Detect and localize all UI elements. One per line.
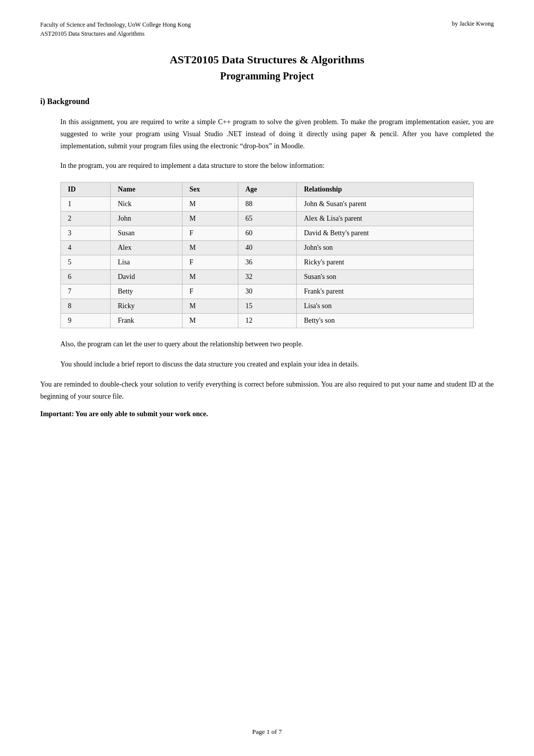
table-cell: M	[182, 314, 238, 328]
table-cell: 1	[61, 197, 111, 212]
table-cell: Lisa's son	[297, 299, 474, 314]
table-header-row: ID Name Sex Age Relationship	[61, 182, 474, 197]
table-cell: M	[182, 299, 238, 314]
header-left: Faculty of Science and Technology, UoW C…	[40, 20, 191, 38]
table-cell: 7	[61, 285, 111, 299]
table-cell: 40	[238, 241, 296, 255]
table-row: 1NickM88John & Susan's parent	[61, 197, 474, 212]
sub-title: Programming Project	[40, 70, 494, 82]
footer-text: Page 1 of 7	[252, 728, 282, 735]
table-head: ID Name Sex Age Relationship	[61, 182, 474, 197]
main-title: AST20105 Data Structures & Algorithms	[40, 53, 494, 66]
table-cell: Lisa	[111, 255, 182, 270]
table-cell: Alex	[111, 241, 182, 255]
header-line1: Faculty of Science and Technology, UoW C…	[40, 20, 191, 29]
table-cell: Alex & Lisa's parent	[297, 212, 474, 226]
header-line2: AST20105 Data Structures and Algorithms	[40, 29, 191, 38]
table-cell: 2	[61, 212, 111, 226]
table-cell: 8	[61, 299, 111, 314]
table-cell: F	[182, 226, 238, 241]
col-name: Name	[111, 182, 182, 197]
col-id: ID	[61, 182, 111, 197]
table-cell: F	[182, 255, 238, 270]
table-cell: Betty	[111, 285, 182, 299]
table-cell: M	[182, 241, 238, 255]
table-cell: 9	[61, 314, 111, 328]
data-table: ID Name Sex Age Relationship 1NickM88Joh…	[60, 182, 474, 328]
table-cell: 12	[238, 314, 296, 328]
section-i-para3: Also, the program can let the user to qu…	[60, 338, 494, 350]
table-row: 6DavidM32Susan's son	[61, 270, 474, 285]
section-i: i) Background In this assignment, you ar…	[40, 97, 494, 418]
table-cell: M	[182, 197, 238, 212]
table-row: 3SusanF60David & Betty's parent	[61, 226, 474, 241]
table-cell: M	[182, 270, 238, 285]
table-cell: Frank	[111, 314, 182, 328]
page: Faculty of Science and Technology, UoW C…	[0, 0, 534, 756]
table-cell: 60	[238, 226, 296, 241]
table-cell: David & Betty's parent	[297, 226, 474, 241]
table-cell: Ricky's parent	[297, 255, 474, 270]
title-section: AST20105 Data Structures & Algorithms Pr…	[40, 53, 494, 82]
section-i-para1: In this assignment, you are required to …	[60, 116, 494, 152]
header-right: by Jackie Kwong	[452, 20, 494, 28]
table-cell: 4	[61, 241, 111, 255]
col-sex: Sex	[182, 182, 238, 197]
section-i-para4: You should include a brief report to dis…	[60, 358, 494, 370]
table-cell: 65	[238, 212, 296, 226]
page-footer: Page 1 of 7	[0, 728, 534, 736]
table-cell: 30	[238, 285, 296, 299]
table-cell: John's son	[297, 241, 474, 255]
table-cell: John & Susan's parent	[297, 197, 474, 212]
table-cell: 5	[61, 255, 111, 270]
table-cell: David	[111, 270, 182, 285]
table-cell: 36	[238, 255, 296, 270]
table-cell: Nick	[111, 197, 182, 212]
table-cell: F	[182, 285, 238, 299]
section-i-para5: You are reminded to double-check your so…	[40, 379, 494, 403]
table-row: 7BettyF30Frank's parent	[61, 285, 474, 299]
table-cell: 3	[61, 226, 111, 241]
table-body: 1NickM88John & Susan's parent2JohnM65Ale…	[61, 197, 474, 328]
table-row: 9FrankM12Betty's son	[61, 314, 474, 328]
table-cell: 15	[238, 299, 296, 314]
table-cell: 88	[238, 197, 296, 212]
table-cell: Betty's son	[297, 314, 474, 328]
section-i-important: Important: You are only able to submit y…	[40, 410, 494, 418]
table-cell: Frank's parent	[297, 285, 474, 299]
table-row: 4AlexM40John's son	[61, 241, 474, 255]
section-i-para2: In the program, you are required to impl…	[60, 160, 494, 172]
page-header: Faculty of Science and Technology, UoW C…	[40, 20, 494, 38]
col-relationship: Relationship	[297, 182, 474, 197]
table-cell: John	[111, 212, 182, 226]
col-age: Age	[238, 182, 296, 197]
table-cell: M	[182, 212, 238, 226]
section-i-heading: i) Background	[40, 97, 494, 106]
table-cell: Susan's son	[297, 270, 474, 285]
table-row: 2JohnM65Alex & Lisa's parent	[61, 212, 474, 226]
table-cell: 32	[238, 270, 296, 285]
table-row: 5LisaF36Ricky's parent	[61, 255, 474, 270]
table-cell: 6	[61, 270, 111, 285]
table-cell: Susan	[111, 226, 182, 241]
data-table-container: ID Name Sex Age Relationship 1NickM88Joh…	[60, 182, 474, 328]
table-row: 8RickyM15Lisa's son	[61, 299, 474, 314]
table-cell: Ricky	[111, 299, 182, 314]
